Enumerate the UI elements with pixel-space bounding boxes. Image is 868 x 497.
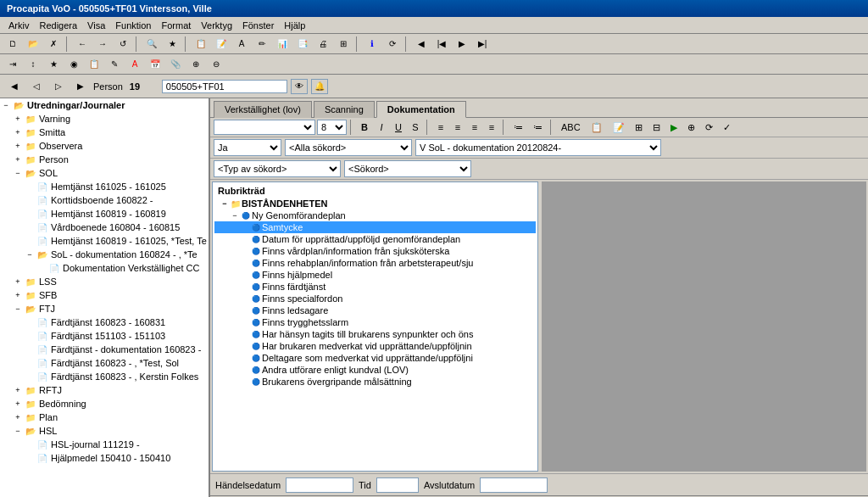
fmt-btn5[interactable]: ⊟ bbox=[648, 120, 665, 135]
rubrik-item-15[interactable]: 🔵 Brukarens övergripande målsättning bbox=[214, 376, 536, 388]
expander-0[interactable]: − bbox=[0, 99, 12, 111]
indent-button[interactable]: ⇥ bbox=[3, 56, 22, 73]
new-button[interactable]: 🗋 bbox=[3, 36, 22, 53]
typ-sokord-select[interactable]: <Typ av sökord> bbox=[214, 160, 341, 177]
left-tree-item-25[interactable]: 📄HSL-journal 111219 - bbox=[0, 438, 209, 451]
tb2-btn6[interactable]: ✎ bbox=[105, 56, 124, 73]
left-tree-item-6[interactable]: 📄Hemtjänst 161025 - 161025 bbox=[0, 180, 209, 193]
menu-funktion[interactable]: Funktion bbox=[110, 19, 156, 32]
left-tree-item-18[interactable]: 📄Färdtjänst - dokumentation 160823 - bbox=[0, 343, 209, 356]
expander-20[interactable] bbox=[24, 371, 36, 383]
left-tree-item-11[interactable]: −📂SoL - dokumentation 160824 - , *Te bbox=[0, 248, 209, 261]
fmt-btn9[interactable]: ✓ bbox=[719, 120, 735, 135]
menu-visa[interactable]: Visa bbox=[82, 19, 110, 32]
forward-button[interactable]: → bbox=[93, 36, 112, 53]
tab-verkstallighet[interactable]: Verkställighet (lov) bbox=[214, 101, 312, 118]
tb2-btn4[interactable]: ◉ bbox=[64, 56, 83, 73]
left-tree-item-21[interactable]: +📁RFTJ bbox=[0, 383, 209, 397]
rubrik-item-4[interactable]: 🔵 Finns vårdplan/information från sjuksk… bbox=[214, 245, 536, 257]
info-button[interactable]: ℹ bbox=[363, 36, 381, 53]
fmt-btn7[interactable]: ⊕ bbox=[683, 120, 699, 135]
rubrik-item-9[interactable]: 🔵 Finns ledsagare bbox=[214, 304, 536, 316]
person-bell-btn[interactable]: 🔔 bbox=[311, 79, 328, 94]
left-tree-item-20[interactable]: 📄Färdtjänst 160823 - , Kerstin Folkes bbox=[0, 370, 209, 383]
expander-11[interactable]: − bbox=[24, 248, 36, 260]
left-tree-item-8[interactable]: 📄Hemtjänst 160819 - 160819 bbox=[0, 207, 209, 221]
nav-last-button[interactable]: ▶| bbox=[473, 36, 492, 53]
left-tree-item-15[interactable]: −📂FTJ bbox=[0, 302, 209, 316]
align-justify[interactable]: ≡ bbox=[484, 120, 499, 134]
rubrik-item-8[interactable]: 🔵 Finns specialfordon bbox=[214, 293, 536, 304]
left-tree-item-1[interactable]: +📁Varning bbox=[0, 112, 209, 126]
menu-verktyg[interactable]: Verktyg bbox=[196, 19, 237, 32]
rubrik-item-0[interactable]: −📁 BISTÅNDENHETEN bbox=[214, 198, 536, 209]
tb-btn8[interactable]: ✏ bbox=[253, 36, 271, 53]
left-tree-item-17[interactable]: 📄Färdtjänst 151103 - 151103 bbox=[0, 329, 209, 343]
left-tree-item-19[interactable]: 📄Färdtjänst 160823 - , *Test, Sol bbox=[0, 356, 209, 370]
menu-redigera[interactable]: Redigera bbox=[34, 19, 82, 32]
left-tree-item-14[interactable]: +📁SFB bbox=[0, 288, 209, 302]
align-right[interactable]: ≡ bbox=[467, 120, 482, 134]
left-tree-item-12[interactable]: 📄Dokumentation Verkställighet CC bbox=[0, 261, 209, 275]
rubrik-item-14[interactable]: 🔵 Andra utförare enligt kundval (LOV) bbox=[214, 364, 536, 376]
tb2-btn10[interactable]: ⊕ bbox=[186, 56, 205, 73]
menu-arkiv[interactable]: Arkiv bbox=[3, 19, 34, 32]
tb-btn7[interactable]: A bbox=[232, 36, 251, 53]
rubrik-item-6[interactable]: 🔵 Finns hjälpmedel bbox=[214, 269, 536, 281]
fmt-btn2[interactable]: 📋 bbox=[587, 120, 607, 135]
left-tree-item-7[interactable]: 📄Korttidsboende 160822 - bbox=[0, 193, 209, 207]
sokord2-select[interactable]: <Sökord> bbox=[344, 160, 471, 177]
person-nav-next[interactable]: ▶ bbox=[71, 78, 90, 95]
expander-24[interactable]: − bbox=[12, 425, 24, 437]
align-left[interactable]: ≡ bbox=[433, 120, 448, 134]
left-tree-item-3[interactable]: +📁Observera bbox=[0, 139, 209, 153]
sort-button[interactable]: ↕ bbox=[24, 56, 42, 73]
nav-first-button[interactable]: |◀ bbox=[432, 36, 451, 53]
expander-5[interactable]: − bbox=[12, 167, 24, 179]
person-search-btn[interactable]: 👁 bbox=[291, 79, 308, 94]
person-nav-back[interactable]: ◁ bbox=[27, 78, 46, 95]
nav-prev-button[interactable]: ◀ bbox=[412, 36, 431, 53]
left-tree-item-26[interactable]: 📄Hjälpmedel 150410 - 150410 bbox=[0, 451, 209, 465]
list-bullet[interactable]: ≔ bbox=[509, 120, 527, 135]
menu-hjalp[interactable]: Hjälp bbox=[279, 19, 310, 32]
spell-check[interactable]: ABC bbox=[557, 120, 585, 134]
tb-btn12[interactable]: ⊞ bbox=[334, 36, 353, 53]
nav-next-button[interactable]: ▶ bbox=[453, 36, 471, 53]
play-button[interactable]: ▶ bbox=[666, 120, 682, 135]
left-tree-item-2[interactable]: +📁Smitta bbox=[0, 126, 209, 139]
rubrik-item-7[interactable]: 🔵 Finns färdtjänst bbox=[214, 281, 536, 293]
rubrik-item-11[interactable]: 🔵 Har hänsyn tagits till brukarens synpu… bbox=[214, 328, 536, 340]
left-tree-item-23[interactable]: +📁Plan bbox=[0, 410, 209, 424]
expander-16[interactable] bbox=[24, 316, 36, 328]
expander-18[interactable] bbox=[24, 343, 36, 355]
tb2-btn5[interactable]: 📋 bbox=[85, 56, 103, 73]
tb2-btn8[interactable]: 📅 bbox=[146, 56, 164, 73]
left-tree-item-10[interactable]: 📄Hemtjänst 160819 - 161025, *Test, Te bbox=[0, 234, 209, 248]
left-tree-item-0[interactable]: −📂Utredningar/Journaler bbox=[0, 98, 209, 112]
tb-btn10[interactable]: 📑 bbox=[293, 36, 312, 53]
align-center[interactable]: ≡ bbox=[450, 120, 465, 134]
left-tree-item-24[interactable]: −📂HSL bbox=[0, 424, 209, 438]
rubrik-item-12[interactable]: 🔵 Har brukaren medverkat vid upprättande… bbox=[214, 340, 536, 352]
tb-btn6[interactable]: 📝 bbox=[212, 36, 231, 53]
tab-dokumentation[interactable]: Dokumentation bbox=[376, 101, 466, 118]
left-tree-item-16[interactable]: 📄Färdtjänst 160823 - 160831 bbox=[0, 316, 209, 329]
expander-25[interactable] bbox=[24, 438, 36, 450]
fmt-btn8[interactable]: ⟳ bbox=[701, 120, 717, 135]
rubrik-item-10[interactable]: 🔵 Finns trygghetsslarm bbox=[214, 316, 536, 328]
rubrik-item-2[interactable]: 🔵 Samtycke bbox=[214, 221, 536, 233]
person-nav-fwd[interactable]: ▷ bbox=[49, 78, 68, 95]
tb2-btn9[interactable]: 📎 bbox=[166, 56, 185, 73]
left-tree-item-5[interactable]: −📂SOL bbox=[0, 166, 209, 180]
tb2-btn7[interactable]: A bbox=[125, 56, 144, 73]
tb-btn11[interactable]: 🖨 bbox=[314, 36, 332, 53]
bold-button[interactable]: B bbox=[357, 120, 372, 134]
expander-19[interactable] bbox=[24, 357, 36, 369]
expander-7[interactable] bbox=[24, 194, 36, 206]
person-code-input[interactable] bbox=[162, 80, 287, 93]
fmt-btn3[interactable]: 📝 bbox=[609, 120, 629, 135]
open-button[interactable]: 📂 bbox=[24, 36, 42, 53]
tid-input[interactable] bbox=[376, 477, 419, 493]
left-tree-item-4[interactable]: +📁Person bbox=[0, 153, 209, 166]
